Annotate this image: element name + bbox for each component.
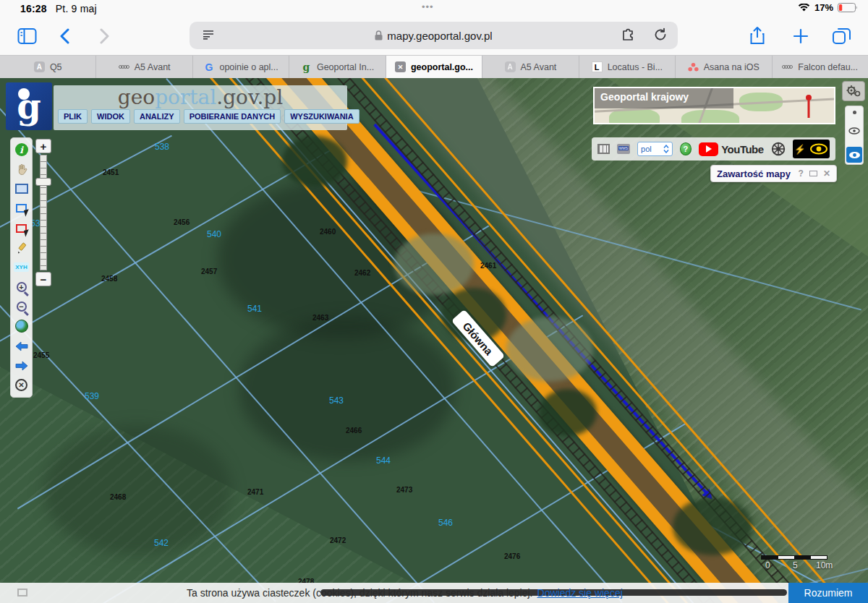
reload-icon[interactable] [653,27,668,42]
tab-a5-avant[interactable]: A5 Avant [96,56,192,78]
chevron-updown-icon [663,145,669,153]
zoom-track[interactable] [40,155,47,270]
menu-widok[interactable]: WIDOK [91,109,130,124]
cookie-learn-more-link[interactable]: Dowiedz się więcej [537,587,623,599]
dot-icon[interactable] [853,111,856,114]
close-icon[interactable]: ✕ [395,61,406,72]
parcel-label: 2458 [101,275,117,283]
gears-icon [845,85,862,98]
keyboard-icon[interactable] [597,144,610,154]
full-extent-tool[interactable] [14,318,30,334]
reader-icon[interactable] [201,28,216,41]
select-rectangle-tool[interactable] [14,200,30,216]
previous-view-tool[interactable] [14,338,30,354]
overview-minimap[interactable]: Geoportal krajowy [593,87,835,124]
settings-gears-button[interactable] [842,81,865,101]
deselect-rectangle-tool[interactable] [14,221,30,236]
battery-icon [838,3,858,12]
zoom-plus-button[interactable]: + [35,139,51,153]
xyh-coordinates-tool[interactable]: XYH [14,260,30,275]
sidebar-icon[interactable] [17,27,37,45]
help-icon[interactable]: ? [680,142,692,155]
lock-icon [375,30,383,40]
info-tool[interactable]: i [14,142,30,158]
url-text: mapy.geoportal.gov.pl [387,30,492,42]
menu-wyszukiwania[interactable]: WYSZUKIWANIA [284,109,359,124]
language-select[interactable]: pol [637,142,672,156]
tab-a5-avant-2[interactable]: AA5 Avant [482,56,579,78]
extension-icon[interactable] [620,27,636,42]
geoportal-title: geoportal.gov.pl [58,87,343,108]
parcel-label: 2472 [330,536,346,544]
geoportal-logo[interactable]: g [6,82,52,130]
menu-pobieranie-danych[interactable]: POBIERANIE DANYCH [184,109,281,124]
field-patch [239,317,456,461]
forward-icon[interactable] [100,28,110,44]
attribute-table-tool[interactable] [14,181,30,197]
view-options-panel [845,106,864,165]
tree [506,317,593,382]
tree [539,389,597,436]
eye-icon [809,143,828,155]
parcel-label: 541 [247,304,262,314]
letter-l-icon: L [592,61,603,72]
parcel-label: 2473 [396,486,412,494]
menu-analizy[interactable]: ANALIZY [134,109,180,124]
visibility-button[interactable] [846,147,862,163]
back-icon[interactable] [59,28,69,44]
minimap-title: Geoportal krajowy [600,91,689,103]
tab-falcon[interactable]: Falcon defau... [773,56,868,78]
share-icon[interactable] [749,26,766,46]
parcel-label: 543 [329,395,344,406]
panel-close-icon[interactable]: ✕ [823,168,830,179]
youtube-link[interactable]: YouTube [699,142,763,156]
status-bar: 16:28Pt. 9 maj ••• 17% [0,0,868,17]
parcel-label: 540 [207,229,221,239]
parcel-label: 538 [155,142,169,152]
audi-a-icon: A [34,61,45,72]
wheel-icon[interactable] [771,141,786,157]
parcel-label: 2462 [354,269,370,277]
tab-q5[interactable]: AQ5 [0,56,96,78]
next-view-tool[interactable] [14,358,30,374]
eye-outline-icon[interactable] [848,127,860,134]
zoom-in-tool[interactable]: + [14,279,30,295]
parcel-label: 2461 [480,262,496,270]
zoom-slider: + − [35,139,51,286]
zoom-handle[interactable] [35,178,51,186]
scale-bar: 0 5 10m [761,555,827,570]
pan-hand-tool[interactable] [14,161,30,177]
tab-locatus[interactable]: LLocatus - Bi... [579,56,676,78]
draw-pencil-tool[interactable] [14,240,30,256]
asana-dots-icon [688,61,699,72]
panel-minimize-icon[interactable] [809,171,817,176]
tree [673,497,752,555]
contrast-toggle[interactable]: ⚡ [793,140,830,158]
parcel-label: 2463 [312,314,328,322]
zoom-out-tool[interactable]: − [14,299,30,315]
tab-google-search[interactable]: Gopoinie o apl... [193,56,289,78]
zoom-minus-button[interactable]: − [35,272,51,286]
geoportal-header: g geoportal.gov.pl PLIK WIDOK ANALIZY PO… [6,82,347,130]
tabs-icon[interactable] [832,27,852,46]
layers-panel-header[interactable]: Zawartość mapy ? ✕ [710,165,837,182]
tab-geoportal-in[interactable]: gGeoportal In... [289,56,386,78]
eye-icon [848,151,861,159]
scale-tick: 0 [765,560,770,570]
layers-panel-title: Zawartość mapy [717,168,793,179]
fullscreen-icon[interactable] [17,589,27,596]
google-g-icon: G [203,61,214,72]
cancel-tool[interactable]: ✕ [14,377,30,393]
youtube-play-icon [699,142,718,156]
tab-asana[interactable]: Asana na iOS [676,56,772,78]
panel-help-icon[interactable]: ? [799,168,804,179]
wms-print-icon[interactable] [617,144,630,154]
address-bar[interactable]: mapy.geoportal.gov.pl [190,22,678,49]
tab-geoportal-active[interactable]: ✕geoportal.go... [386,56,482,78]
map-canvas[interactable]: Główna 538537540541539543544542546245124… [0,78,868,603]
menu-plik[interactable]: PLIK [58,109,88,124]
new-tab-icon[interactable] [792,27,809,45]
cookie-accept-button[interactable]: Rozumiem [788,583,868,603]
browser-toolbar: mapy.geoportal.gov.pl [0,17,868,55]
parcel-label: 546 [438,518,453,528]
